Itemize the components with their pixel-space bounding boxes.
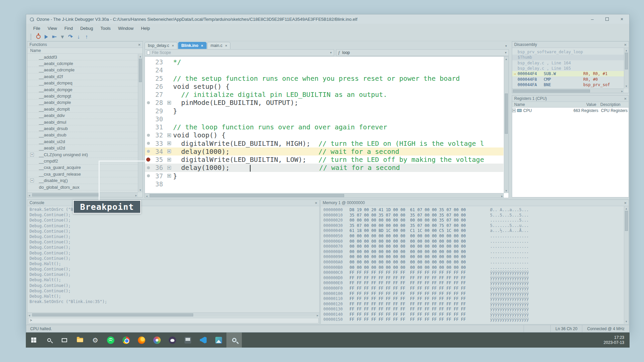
firefox-icon[interactable] bbox=[134, 333, 149, 348]
disassembly-close-icon[interactable]: × bbox=[624, 43, 627, 47]
disassembly-vertical-scrollbar[interactable]: ▴ ▾ bbox=[624, 48, 629, 88]
code-line-28[interactable]: 28+ pinMode(LED_BUILTIN, OUTPUT); bbox=[145, 99, 503, 107]
code-line-27[interactable]: 27 // initialize digital pin LED_BUILTIN… bbox=[145, 90, 503, 99]
register-row[interactable]: +CPU663 RegistersCPU Registers bbox=[512, 108, 629, 113]
memory-row[interactable]: 0000006000 00 00 00 00 00 00 00 00 00 00… bbox=[323, 239, 623, 244]
function-list-item[interactable]: __aeabi_dcmple bbox=[28, 100, 138, 106]
ozone-magnifier-icon[interactable] bbox=[226, 333, 242, 348]
memory-vertical-scrollbar[interactable]: ▴ ▾ bbox=[624, 206, 629, 324]
memory-row[interactable]: 00000110FF FF FF FF FF FF FF FF FF FF FF… bbox=[323, 296, 623, 302]
console-command-input[interactable]: > bbox=[28, 318, 319, 323]
code-line-26[interactable]: 26void setup() { bbox=[145, 82, 503, 90]
breakpoint-gutter[interactable] bbox=[145, 142, 152, 145]
expand-icon[interactable]: + bbox=[167, 101, 171, 105]
scroll-right-icon[interactable]: ▸ bbox=[501, 194, 503, 198]
power-button[interactable] bbox=[34, 33, 42, 41]
function-list-item[interactable]: __aeabi_cdrcmple bbox=[28, 67, 138, 73]
tab-overflow-icon[interactable]: ▾ bbox=[505, 44, 509, 49]
task-view-button[interactable] bbox=[57, 333, 72, 348]
breakpoint-gutter[interactable] bbox=[145, 166, 152, 169]
scroll-left-icon[interactable]: ◂ bbox=[29, 194, 30, 197]
memory-row[interactable]: 000000D0FF FF FF FF FF FF FF FF FF FF FF… bbox=[323, 276, 623, 281]
memory-row[interactable]: 000000E0FF FF FF FF FF FF FF FF FF FF FF… bbox=[323, 281, 623, 286]
function-list-item[interactable]: +__CLZ(long unsigned int) bbox=[28, 152, 138, 158]
scroll-down-icon[interactable]: ▾ bbox=[140, 188, 141, 192]
maximize-button[interactable] bbox=[600, 14, 614, 24]
search-button[interactable] bbox=[41, 333, 57, 348]
function-dropdown[interactable]: f loop ▾ bbox=[336, 49, 509, 56]
memory-row[interactable]: 000000B000 00 00 00 00 00 00 00 00 00 00… bbox=[323, 265, 623, 270]
breakpoint-gutter[interactable] bbox=[145, 174, 152, 177]
menu-item-window[interactable]: Window bbox=[114, 24, 137, 32]
step-out-button[interactable]: ↑ bbox=[83, 33, 91, 41]
function-list-item[interactable]: +__disable_irq() bbox=[28, 177, 138, 184]
scrollbar-thumb[interactable] bbox=[32, 313, 193, 316]
functions-vertical-scrollbar[interactable]: ▴ ▾ bbox=[138, 54, 143, 192]
function-list-item[interactable]: __aeabi_dsub bbox=[28, 132, 138, 138]
scroll-left-icon[interactable]: ◂ bbox=[29, 314, 30, 317]
statement-dot-icon[interactable] bbox=[147, 134, 150, 137]
function-list-item[interactable]: __cxa_guard_release bbox=[28, 171, 138, 177]
function-list-item[interactable]: __aeabi_dcmpge bbox=[28, 86, 138, 93]
memory-row[interactable]: 0000007000 00 00 00 00 00 00 00 00 00 00… bbox=[323, 244, 623, 249]
statement-dot-icon[interactable] bbox=[147, 101, 150, 104]
console-horizontal-scrollbar[interactable]: ◂ ▸ bbox=[28, 312, 319, 317]
scrollbar-thumb[interactable] bbox=[625, 211, 628, 231]
code-line-33[interactable]: 33+ digitalWrite(LED_BUILTIN, HIGH); // … bbox=[145, 139, 503, 147]
expand-icon[interactable]: + bbox=[512, 109, 516, 112]
functions-name-column-header[interactable]: Name bbox=[28, 48, 143, 54]
taskbar-clock[interactable]: 17:23 2023-07-13 bbox=[604, 335, 630, 345]
disassembly-label[interactable]: bsp_prv_software_delay_loop bbox=[512, 49, 624, 55]
memory-row[interactable]: 000000A000 00 00 00 00 00 00 00 00 00 00… bbox=[323, 260, 623, 265]
screenshot-tool-icon[interactable] bbox=[180, 333, 196, 348]
close-button[interactable]: × bbox=[614, 14, 629, 24]
function-list-item[interactable]: __aeabi_ddiv bbox=[28, 113, 138, 119]
memory-row[interactable]: 0000005000 00 00 00 00 00 00 00 00 00 00… bbox=[323, 234, 623, 239]
functions-horizontal-scrollbar[interactable]: ◂ ▸ bbox=[28, 192, 138, 197]
function-list-item[interactable]: __cxa_guard_acquire bbox=[28, 165, 138, 171]
registers-close-icon[interactable]: × bbox=[624, 97, 627, 101]
disassembly-instruction[interactable]: 000044FABNEbsp_prv_sof bbox=[512, 82, 624, 87]
disassembly-instruction[interactable]: 000044F8CMPR0, #0 bbox=[512, 76, 624, 82]
breakpoint-gutter[interactable] bbox=[145, 101, 152, 104]
menu-item-tools[interactable]: Tools bbox=[97, 24, 114, 32]
color-wheel-icon[interactable] bbox=[149, 333, 165, 348]
statement-dot-icon[interactable] bbox=[147, 166, 150, 169]
github-desktop-icon[interactable] bbox=[165, 333, 180, 348]
code-line-29[interactable]: 29} bbox=[145, 107, 503, 115]
scroll-down-icon[interactable]: ▾ bbox=[626, 320, 627, 323]
expand-icon[interactable]: + bbox=[30, 153, 34, 157]
column-header-name[interactable]: Name bbox=[512, 102, 571, 107]
function-list-item[interactable]: __adddf3 bbox=[28, 54, 138, 60]
memory-row[interactable]: 00000150FF FF FF FF FF FF FF FF FF FF FF… bbox=[323, 317, 623, 322]
menu-item-view[interactable]: View bbox=[44, 24, 61, 32]
breakpoint-gutter[interactable] bbox=[145, 150, 152, 153]
console-close-icon[interactable]: × bbox=[315, 201, 317, 205]
memory-row[interactable]: 0000003035 07 00 00 00 00 00 00 35 07 00… bbox=[323, 223, 623, 229]
scroll-down-icon[interactable]: ▾ bbox=[505, 189, 507, 192]
menu-item-help[interactable]: Help bbox=[137, 24, 154, 32]
scroll-up-icon[interactable]: ▴ bbox=[505, 57, 507, 61]
scrollbar-thumb[interactable] bbox=[625, 53, 628, 69]
scrollbar-thumb[interactable] bbox=[513, 89, 590, 93]
run-button[interactable] bbox=[42, 33, 50, 41]
menu-item-find[interactable]: Find bbox=[61, 24, 76, 32]
code-line-34[interactable]: 34+ delay(1000); // wait for a second bbox=[145, 147, 503, 156]
tab-bsp_delay-c[interactable]: bsp_delay.c× bbox=[145, 42, 177, 49]
menu-item-file[interactable]: File bbox=[30, 24, 44, 32]
statement-dot-icon[interactable] bbox=[147, 142, 150, 145]
scroll-right-icon[interactable]: ▸ bbox=[621, 89, 623, 93]
vscode-icon[interactable] bbox=[196, 333, 211, 348]
disassembly-label[interactable]: bsp_delay.c , Line 164 bbox=[512, 60, 624, 66]
code-line-31[interactable]: 31// the loop function runs over and ove… bbox=[145, 123, 503, 131]
functions-close-icon[interactable]: × bbox=[138, 43, 141, 47]
column-header-value[interactable]: Value bbox=[571, 102, 598, 107]
disassembly-horizontal-scrollbar[interactable]: ▸ bbox=[512, 88, 624, 93]
function-list-item[interactable]: __aeabi_cdcmple bbox=[28, 60, 138, 67]
function-list-item[interactable]: __aeabi_dcmplt bbox=[28, 106, 138, 112]
chrome-icon[interactable] bbox=[118, 333, 134, 348]
function-list-item[interactable]: __aeabi_ui2d bbox=[28, 138, 138, 145]
memory-row[interactable]: 00000130FF FF FF FF FF FF FF FF FF FF FF… bbox=[323, 307, 623, 312]
minimize-button[interactable]: – bbox=[585, 14, 600, 24]
code-line-36[interactable]: 36+ delay(1000); // wait for a second bbox=[145, 164, 503, 172]
